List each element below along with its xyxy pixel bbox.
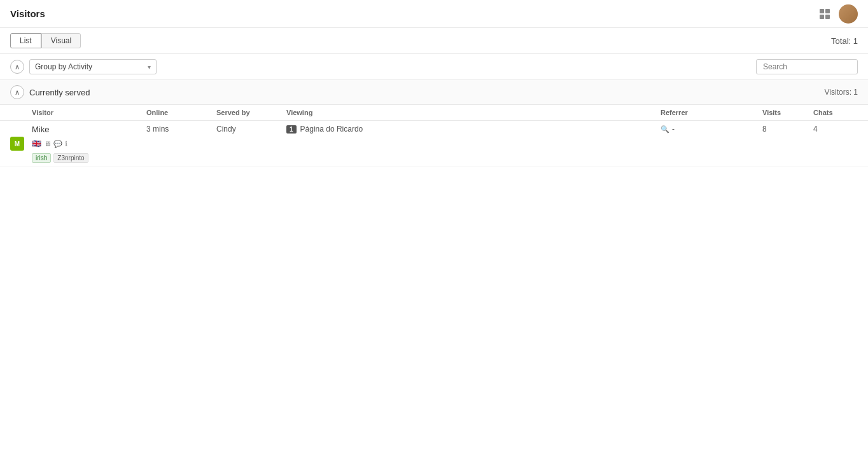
flag-gb-icon: 🇬🇧 — [32, 139, 41, 148]
view-tabs: List Visual — [10, 33, 81, 48]
visitor-info: Mike 🇬🇧 🖥 💬 ℹ irish Z3nrpinto — [32, 125, 146, 163]
chevron-down-icon: ▾ — [148, 64, 151, 71]
svg-rect-2 — [820, 15, 824, 19]
tab-visual[interactable]: Visual — [41, 33, 81, 48]
section-collapse-button[interactable]: ∧ — [10, 85, 24, 99]
section-title: Currently served — [29, 88, 90, 97]
tab-list[interactable]: List — [10, 33, 41, 48]
svg-rect-3 — [825, 15, 830, 19]
user-avatar[interactable] — [839, 4, 858, 24]
filter-row: ∧ Group by Activity ▾ — [0, 54, 868, 80]
chats-value: 4 — [813, 125, 858, 134]
desktop-icon: 🖥 — [44, 140, 51, 147]
section-collapse-icon: ∧ — [15, 88, 20, 97]
section-visitor-count: Visitors: 1 — [825, 88, 858, 97]
header-actions — [817, 4, 858, 24]
info-icon: ℹ — [65, 140, 67, 148]
col-chats: Chats — [813, 109, 858, 116]
col-served-by: Served by — [216, 109, 286, 116]
col-online: Online — [146, 109, 216, 116]
page-header: Visitors — [0, 0, 868, 28]
toolbar-left: List Visual — [10, 33, 81, 48]
toolbar: List Visual Total: 1 — [0, 28, 868, 54]
mobile-icon: 💬 — [53, 140, 62, 148]
col-referrer: Referrer — [661, 109, 762, 116]
visits-value: 8 — [762, 125, 813, 134]
visitor-name-row: Mike — [32, 125, 49, 134]
visitor-flags-row: 🇬🇧 🖥 💬 ℹ — [32, 139, 67, 148]
tag-irish: irish — [32, 153, 51, 163]
page-title: Visitors — [10, 8, 45, 19]
visitor-tags: irish Z3nrpinto — [32, 153, 88, 163]
page-number-badge: 1 — [286, 125, 297, 134]
grid-view-icon[interactable] — [817, 6, 832, 22]
online-time: 3 mins — [146, 125, 216, 134]
search-wrapper — [756, 59, 858, 74]
section-header-left: ∧ Currently served — [10, 85, 90, 99]
page-name: Página do Ricardo — [300, 125, 363, 134]
tag-z3nrpinto: Z3nrpinto — [53, 153, 88, 163]
visitor-avatar: M — [10, 137, 24, 151]
served-by-value: Cindy — [216, 125, 286, 134]
row-grid: Mike 🇬🇧 🖥 💬 ℹ irish Z3nrpinto 3 mins Cin… — [32, 125, 858, 163]
col-viewing: Viewing — [286, 109, 661, 116]
referrer-search-icon: 🔍 — [661, 125, 669, 134]
col-visitor: Visitor — [32, 109, 146, 116]
table-header: Visitor Online Served by Viewing Referre… — [0, 105, 868, 121]
svg-rect-1 — [825, 9, 830, 13]
referrer-value: 🔍 - — [661, 125, 762, 134]
visitor-name: Mike — [32, 125, 49, 134]
search-input[interactable] — [756, 59, 858, 74]
svg-rect-0 — [820, 9, 824, 13]
visitor-avatar-col: M — [10, 137, 32, 151]
referrer-text: - — [672, 125, 675, 134]
collapse-icon: ∧ — [15, 63, 20, 71]
col-visits: Visits — [762, 109, 813, 116]
group-by-select[interactable]: Group by Activity ▾ — [29, 59, 157, 74]
filter-left: ∧ Group by Activity ▾ — [10, 59, 157, 74]
table-row[interactable]: M Mike 🇬🇧 🖥 💬 ℹ irish Z3nrpinto 3 mins C… — [0, 121, 868, 167]
total-count: Total: 1 — [831, 36, 858, 46]
collapse-button[interactable]: ∧ — [10, 60, 24, 74]
viewing-info: 1 Página do Ricardo — [286, 125, 661, 134]
section-header: ∧ Currently served Visitors: 1 — [0, 80, 868, 105]
group-by-label: Group by Activity — [35, 62, 92, 71]
